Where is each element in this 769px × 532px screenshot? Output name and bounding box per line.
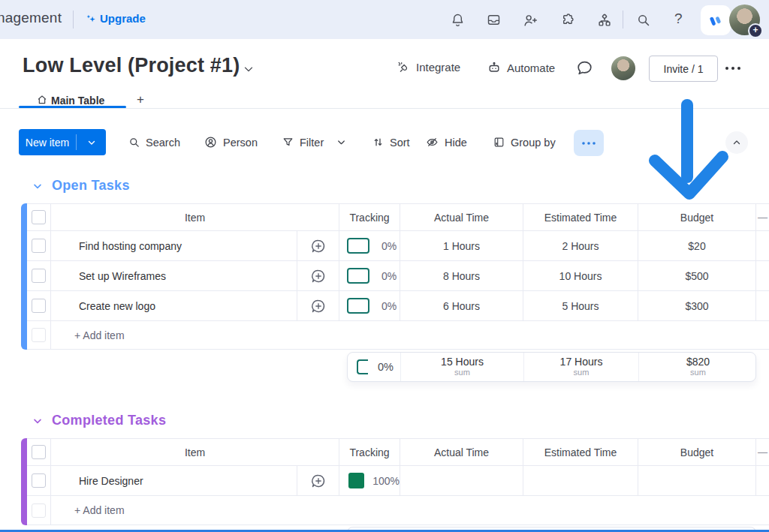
invite-members-icon[interactable] xyxy=(522,12,538,29)
summary-tracking-cell: 0% xyxy=(348,353,401,381)
group-title-open-tasks[interactable]: Open Tasks xyxy=(52,178,130,194)
open-tasks-collapse-chevron-icon[interactable] xyxy=(32,180,44,192)
estimated-time-cell[interactable]: 2 Hours xyxy=(523,231,638,260)
estimated-time-cell[interactable]: 10 Hours xyxy=(523,261,638,290)
column-header-tracking[interactable]: Tracking xyxy=(339,204,400,230)
add-update-cell[interactable] xyxy=(297,291,339,320)
apps-marketplace-icon[interactable] xyxy=(559,12,575,28)
toolbar-more-button[interactable] xyxy=(574,130,604,156)
automate-button[interactable]: Automate xyxy=(487,60,555,75)
add-column-cell[interactable]: — xyxy=(756,439,769,465)
board-title-chevron-down-icon[interactable] xyxy=(242,62,255,76)
invite-button[interactable]: Invite / 1 xyxy=(649,56,718,82)
summary-actual-value: 15 Hours xyxy=(441,356,484,368)
top-bar: nagement Upgrade ? + xyxy=(0,0,769,39)
add-update-cell[interactable] xyxy=(297,261,339,290)
open-tasks-table: Item Tracking Actual Time Estimated Time… xyxy=(27,203,769,350)
tab-main-table[interactable]: Main Table xyxy=(51,95,104,107)
tracking-bar-empty xyxy=(347,238,369,254)
estimated-time-cell[interactable] xyxy=(523,466,638,495)
add-view-tab[interactable]: + xyxy=(137,92,144,107)
filter-chevron-down-icon[interactable] xyxy=(336,137,347,148)
product-switcher-icon[interactable] xyxy=(596,12,613,29)
board-chat-icon[interactable] xyxy=(575,59,594,77)
column-header-actual-time[interactable]: Actual Time xyxy=(400,204,523,230)
budget-cell[interactable]: $500 xyxy=(638,261,756,290)
add-update-cell[interactable] xyxy=(297,231,339,260)
column-header-item[interactable]: Item xyxy=(51,439,339,465)
column-header-budget[interactable]: Budget xyxy=(638,439,756,465)
search-toolbar-button[interactable]: Search xyxy=(128,136,180,149)
tracking-cell[interactable]: 0% xyxy=(339,291,400,320)
tracking-cell[interactable]: 0% xyxy=(339,261,400,290)
tracking-percent: 0% xyxy=(381,300,397,312)
column-header-estimated-time[interactable]: Estimated Time xyxy=(523,204,638,230)
budget-cell[interactable]: $20 xyxy=(638,231,756,260)
item-name-cell[interactable]: Create new logo xyxy=(51,291,297,320)
board-member-avatar[interactable] xyxy=(611,56,635,80)
actual-time-cell[interactable]: 6 Hours xyxy=(400,291,523,320)
completed-tasks-collapse-chevron-icon[interactable] xyxy=(32,415,44,427)
search-label: Search xyxy=(146,137,180,149)
automate-robot-icon xyxy=(487,60,502,75)
select-all-checkbox[interactable] xyxy=(32,445,46,459)
add-column-cell[interactable]: — xyxy=(756,204,769,230)
summary-budget-cell[interactable]: $820 sum xyxy=(639,353,757,381)
add-item-button[interactable]: + Add item xyxy=(51,321,769,349)
select-all-checkbox[interactable] xyxy=(32,210,46,224)
budget-cell[interactable] xyxy=(638,466,756,495)
tracking-cell[interactable]: 100% xyxy=(339,466,400,495)
monday-logo[interactable] xyxy=(701,5,731,35)
estimated-time-cell[interactable]: 5 Hours xyxy=(523,291,638,320)
monday-board-screen: nagement Upgrade ? + Low Le xyxy=(0,0,769,532)
open-tasks-group-color-strip xyxy=(21,203,27,350)
column-header-budget[interactable]: Budget xyxy=(638,204,756,230)
new-item-button[interactable]: New item xyxy=(19,129,106,155)
actual-time-cell[interactable] xyxy=(400,466,523,495)
group-by-button[interactable]: Group by xyxy=(493,136,556,149)
group-title-completed-tasks[interactable]: Completed Tasks xyxy=(52,413,166,428)
search-icon[interactable] xyxy=(635,12,651,28)
summary-estimated-cell[interactable]: 17 Hours sum xyxy=(524,353,639,381)
add-item-button[interactable]: + Add item xyxy=(51,496,769,524)
sort-arrows-icon xyxy=(372,136,384,149)
item-name-cell[interactable]: Find hosting company xyxy=(51,231,297,260)
avatar-plus-badge[interactable]: + xyxy=(748,23,763,38)
row-checkbox[interactable] xyxy=(32,473,46,488)
topbar-divider-2 xyxy=(623,11,623,29)
column-header-actual-time[interactable]: Actual Time xyxy=(400,439,523,465)
item-name-cell[interactable]: Set up Wireframes xyxy=(51,261,297,290)
new-item-dropdown-chevron-icon[interactable] xyxy=(77,137,106,148)
inbox-icon[interactable] xyxy=(486,12,502,28)
help-icon[interactable]: ? xyxy=(674,11,683,27)
person-filter-button[interactable]: Person xyxy=(204,135,258,149)
column-header-item[interactable]: Item xyxy=(51,204,339,230)
filter-button[interactable]: Filter xyxy=(282,136,347,149)
sort-button[interactable]: Sort xyxy=(372,136,410,149)
actual-time-cell[interactable]: 8 Hours xyxy=(400,261,523,290)
workspace-name: nagement xyxy=(0,10,62,26)
ellipsis-icon xyxy=(581,140,596,146)
budget-cell[interactable]: $300 xyxy=(638,291,756,320)
row-checkbox[interactable] xyxy=(32,299,46,313)
row-checkbox[interactable] xyxy=(32,239,46,253)
row-checkbox[interactable] xyxy=(32,269,46,283)
item-name-cell[interactable]: Hire Designer xyxy=(51,466,297,495)
summary-actual-cell[interactable]: 15 Hours sum xyxy=(401,353,524,381)
filler-cell xyxy=(756,291,769,320)
tracking-cell[interactable]: 0% xyxy=(339,231,400,260)
actual-time-cell[interactable]: 1 Hours xyxy=(400,231,523,260)
column-header-tracking[interactable]: Tracking xyxy=(339,439,400,465)
add-item-row: + Add item xyxy=(27,321,769,350)
add-update-icon xyxy=(310,298,327,314)
hide-button[interactable]: Hide xyxy=(425,135,467,149)
upgrade-link[interactable]: Upgrade xyxy=(100,12,146,25)
column-header-estimated-time[interactable]: Estimated Time xyxy=(523,439,638,465)
notifications-bell-icon[interactable] xyxy=(450,12,466,28)
collapse-header-button[interactable] xyxy=(725,131,748,154)
add-update-cell[interactable] xyxy=(297,466,339,495)
board-options-menu-icon[interactable] xyxy=(723,62,743,75)
integrate-button[interactable]: Integrate xyxy=(397,60,460,74)
table-row: Find hosting company 0% 1 Hours 2 Hours … xyxy=(27,231,769,261)
tracking-bar-empty xyxy=(347,268,369,284)
